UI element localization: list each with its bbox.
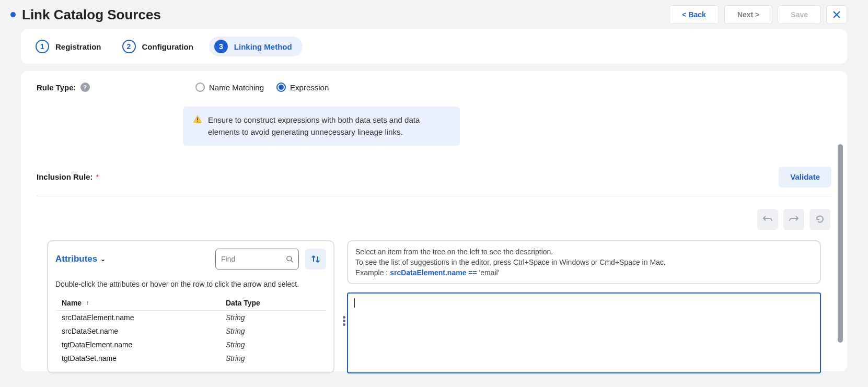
back-button[interactable]: < Back xyxy=(669,5,719,24)
page-title: Link Catalog Sources xyxy=(22,7,161,23)
cell-type: String xyxy=(226,341,320,349)
table-row[interactable]: tgtDataElement.name String xyxy=(55,338,326,351)
table-header: Name ↑ Data Type xyxy=(55,296,326,311)
attributes-help-text: Double-click the attributes or hover on … xyxy=(55,280,326,288)
undo-button[interactable] xyxy=(757,209,778,230)
dot-icon xyxy=(343,316,345,319)
cell-type: String xyxy=(226,354,320,362)
attributes-title: Attributes xyxy=(55,254,97,264)
column-name-header[interactable]: Name ↑ xyxy=(62,299,226,307)
search-icon xyxy=(286,255,293,263)
header-actions: < Back Next > Save xyxy=(669,5,847,24)
description-example: Example : srcDataElement.name == 'email' xyxy=(355,267,813,278)
steps-card: 1 Registration 2 Configuration 3 Linking… xyxy=(21,29,847,64)
radio-label: Expression xyxy=(290,83,329,92)
inclusion-label-wrap: Inclusion Rule: * xyxy=(37,172,99,181)
attributes-header: Attributes ⌄ xyxy=(55,249,326,269)
radio-icon xyxy=(195,83,205,92)
rule-type-label-wrap: Rule Type: ? xyxy=(37,83,183,92)
help-icon[interactable]: ? xyxy=(80,83,90,92)
expression-editor[interactable] xyxy=(347,292,821,373)
table-row[interactable]: tgtDataSet.name String xyxy=(55,351,326,365)
step-configuration[interactable]: 2 Configuration xyxy=(122,40,193,53)
cell-name: tgtDataSet.name xyxy=(62,354,226,362)
sort-asc-icon: ↑ xyxy=(86,299,89,307)
radio-name-matching[interactable]: Name Matching xyxy=(195,83,264,92)
inclusion-rule-row: Inclusion Rule: * Validate xyxy=(37,167,831,196)
step-label: Registration xyxy=(55,42,101,51)
attributes-dropdown[interactable]: Attributes ⌄ xyxy=(55,254,106,264)
radio-icon xyxy=(276,83,286,92)
main-card: Rule Type: ? Name Matching Expression En… xyxy=(21,71,847,371)
cell-name: tgtDataElement.name xyxy=(62,341,226,349)
table-row[interactable]: srcDataElement.name String xyxy=(55,311,326,324)
sort-button[interactable] xyxy=(305,249,326,269)
col-name-label: Name xyxy=(62,299,82,307)
rule-type-row: Rule Type: ? Name Matching Expression xyxy=(37,83,831,92)
find-input[interactable] xyxy=(221,255,286,263)
inclusion-label: Inclusion Rule: xyxy=(37,172,93,181)
description-line1: Select an item from the tree on the left… xyxy=(355,247,813,257)
radio-expression[interactable]: Expression xyxy=(276,83,329,92)
info-banner: Ensure to construct expressions with bot… xyxy=(183,107,460,146)
editor-right-column: Select an item from the tree on the left… xyxy=(347,240,821,373)
table-row[interactable]: srcDataSet.name String xyxy=(55,324,326,338)
column-type-header[interactable]: Data Type xyxy=(226,299,320,307)
step-linking-method[interactable]: 3 Linking Method xyxy=(209,37,303,56)
undo-icon xyxy=(762,214,773,225)
redo-icon xyxy=(789,214,799,225)
rule-type-label: Rule Type: xyxy=(37,83,76,92)
cell-name: srcDataSet.name xyxy=(62,327,226,335)
close-button[interactable] xyxy=(826,5,847,24)
attributes-table: Name ↑ Data Type srcDataElement.name Str… xyxy=(55,296,326,365)
cell-type: String xyxy=(226,313,320,322)
example-expression: srcDataElement.name == xyxy=(390,268,479,277)
radio-label: Name Matching xyxy=(209,83,264,92)
sort-icon xyxy=(311,254,320,264)
dot-icon xyxy=(343,323,345,326)
svg-point-2 xyxy=(286,256,291,261)
close-icon xyxy=(832,10,841,19)
save-button[interactable]: Save xyxy=(778,5,821,24)
validate-button[interactable]: Validate xyxy=(779,167,831,187)
warning-icon xyxy=(193,115,202,123)
description-panel: Select an item from the tree on the left… xyxy=(347,240,821,285)
step-number-icon: 2 xyxy=(122,40,136,53)
cell-type: String xyxy=(226,327,320,335)
step-label: Configuration xyxy=(142,42,193,51)
next-button[interactable]: Next > xyxy=(724,5,772,24)
step-label: Linking Method xyxy=(234,42,292,51)
editor-zone: Attributes ⌄ Double-click the attributes… xyxy=(37,240,831,373)
banner-text: Ensure to construct expressions with bot… xyxy=(208,114,449,138)
description-line2: To see the list of suggestions in the ed… xyxy=(355,257,813,267)
chevron-down-icon: ⌄ xyxy=(100,255,106,263)
header-bar: Link Catalog Sources < Back Next > Save xyxy=(0,0,868,29)
caret-icon xyxy=(354,298,355,308)
dot-icon xyxy=(343,320,345,322)
step-number-icon: 1 xyxy=(36,40,49,53)
required-star-icon: * xyxy=(96,173,98,181)
resize-handle[interactable] xyxy=(343,316,345,326)
attributes-header-actions xyxy=(215,249,326,269)
example-label: Example : xyxy=(355,268,390,277)
step-registration[interactable]: 1 Registration xyxy=(36,40,101,53)
cell-name: srcDataElement.name xyxy=(62,313,226,322)
title-wrap: Link Catalog Sources xyxy=(10,7,161,23)
svg-rect-1 xyxy=(197,121,198,122)
redo-button[interactable] xyxy=(783,209,804,230)
find-input-wrap[interactable] xyxy=(215,249,299,269)
example-tail: 'email' xyxy=(479,268,500,277)
reset-icon xyxy=(815,214,825,225)
scrollbar[interactable] xyxy=(838,144,843,343)
svg-rect-0 xyxy=(197,118,198,120)
step-number-icon: 3 xyxy=(214,40,228,53)
title-dot-icon xyxy=(10,12,16,17)
attributes-panel: Attributes ⌄ Double-click the attributes… xyxy=(47,240,334,373)
reset-button[interactable] xyxy=(809,209,830,230)
editor-toolbar xyxy=(37,209,831,230)
